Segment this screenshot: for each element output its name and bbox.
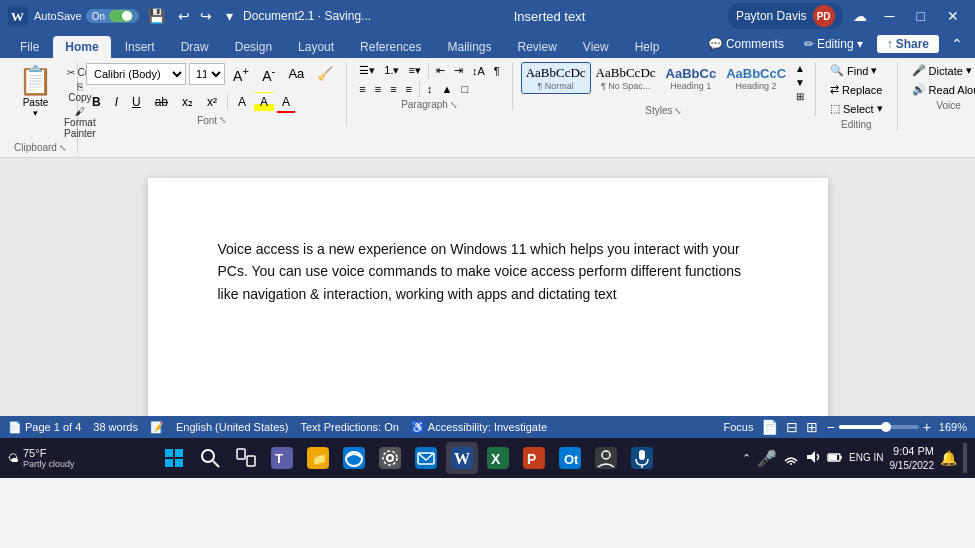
edge-icon[interactable] (338, 442, 370, 474)
style-heading2[interactable]: AaBbCcC Heading 2 (721, 63, 791, 94)
border-button[interactable]: □ (457, 81, 472, 97)
replace-button[interactable]: ⇄ Replace (824, 81, 888, 98)
view-single-page[interactable]: 📄 (761, 419, 778, 435)
subscript-button[interactable]: x₂ (176, 92, 199, 112)
style-normal[interactable]: AaBbCcDc ¶ Normal (521, 62, 591, 94)
start-button[interactable] (158, 442, 190, 474)
mail-icon[interactable] (410, 442, 442, 474)
language-indicator-taskbar[interactable]: ENG IN (849, 452, 883, 464)
language-indicator[interactable]: English (United States) (176, 421, 289, 433)
search-taskbar-button[interactable] (194, 442, 226, 474)
find-button[interactable]: 🔍 Find ▾ (824, 62, 883, 79)
show-hide-button[interactable]: ¶ (490, 63, 504, 79)
text-highlight-button[interactable]: A (254, 92, 274, 112)
show-hidden-icon[interactable]: ⌃ (742, 452, 751, 465)
weather-widget[interactable]: 🌤 75°F Partly cloudy (8, 447, 75, 469)
save-icon[interactable]: 💾 (145, 6, 168, 26)
proofing-icon-area[interactable]: 📝 (150, 421, 164, 434)
sort-button[interactable]: ↕A (468, 63, 489, 79)
strikethrough-button[interactable]: ab (149, 92, 174, 112)
tab-insert[interactable]: Insert (113, 36, 167, 58)
increase-indent-button[interactable]: ⇥ (450, 62, 467, 79)
line-spacing-button[interactable]: ↕ (423, 81, 437, 97)
paste-button[interactable]: 📋 Paste ▾ (12, 62, 59, 120)
maximize-button[interactable]: □ (909, 6, 933, 26)
bold-button[interactable]: B (86, 92, 107, 112)
task-view-button[interactable] (230, 442, 262, 474)
document-scroll[interactable]: Voice access is a new experience on Wind… (0, 158, 975, 416)
focus-button[interactable]: Focus (724, 421, 754, 433)
accessibility[interactable]: ♿ Accessibility: Investigate (411, 421, 547, 434)
decrease-indent-button[interactable]: ⇤ (432, 62, 449, 79)
editing-button[interactable]: ✏ Editing ▾ (798, 35, 869, 53)
battery-icon[interactable] (827, 449, 843, 467)
bullets-button[interactable]: ☰▾ (355, 62, 379, 79)
increase-font-size-button[interactable]: A+ (228, 62, 254, 86)
zoom-thumb[interactable] (881, 422, 891, 432)
tab-layout[interactable]: Layout (286, 36, 346, 58)
shading-button[interactable]: ▲ (437, 81, 456, 97)
tab-home[interactable]: Home (53, 36, 110, 58)
text-predictions[interactable]: Text Predictions: On (300, 421, 398, 433)
styles-expand[interactable]: ⊞ (793, 90, 807, 103)
tab-help[interactable]: Help (623, 36, 672, 58)
numbering-button[interactable]: 1.▾ (380, 62, 403, 79)
mic-taskbar-icon[interactable]: 🎤 (757, 449, 777, 468)
tab-view[interactable]: View (571, 36, 621, 58)
select-button[interactable]: ⬚ Select ▾ (824, 100, 889, 117)
redo-button[interactable]: ↪ (196, 6, 216, 26)
tab-review[interactable]: Review (506, 36, 569, 58)
autosave-toggle-switch[interactable] (109, 10, 133, 22)
tab-file[interactable]: File (8, 36, 51, 58)
close-button[interactable]: ✕ (939, 6, 967, 26)
notification-icon[interactable]: 🔔 (940, 450, 957, 466)
page-indicator[interactable]: 📄 Page 1 of 4 (8, 421, 81, 434)
font-expand-icon[interactable]: ⤡ (219, 115, 227, 125)
powerpoint-icon[interactable]: P (518, 442, 550, 474)
align-right-button[interactable]: ≡ (386, 81, 400, 97)
text-effects-button[interactable]: A (232, 92, 252, 112)
volume-icon[interactable] (805, 449, 821, 467)
minimize-button[interactable]: ─ (877, 6, 903, 26)
cloud-icon[interactable]: ☁ (849, 6, 871, 26)
italic-button[interactable]: I (109, 92, 124, 112)
view-columns[interactable]: ⊟ (786, 419, 798, 435)
view-grid[interactable]: ⊞ (806, 419, 818, 435)
superscript-button[interactable]: x² (201, 92, 223, 112)
explorer-icon[interactable]: 📁 (302, 442, 334, 474)
decrease-font-size-button[interactable]: A- (257, 62, 280, 86)
settings-icon[interactable] (374, 442, 406, 474)
change-case-button[interactable]: Aa (283, 64, 309, 83)
document-text[interactable]: Voice access is a new experience on Wind… (218, 238, 758, 305)
zoom-level[interactable]: 169% (939, 421, 967, 433)
people-icon[interactable] (590, 442, 622, 474)
tab-draw[interactable]: Draw (169, 36, 221, 58)
font-color-button[interactable]: A (276, 92, 296, 113)
show-desktop-button[interactable] (963, 443, 967, 473)
share-button[interactable]: ↑ Share (877, 35, 939, 53)
style-heading1[interactable]: AaBbCc Heading 1 (661, 63, 722, 94)
zoom-out-button[interactable]: − (826, 419, 834, 435)
undo-button[interactable]: ↩ (174, 6, 194, 26)
zoom-bar[interactable] (839, 425, 919, 429)
excel-icon[interactable]: X (482, 442, 514, 474)
read-aloud-button[interactable]: 🔊 Read Aloud (906, 81, 975, 98)
styles-scroll-up[interactable]: ▲ (793, 62, 807, 75)
clear-formatting-button[interactable]: 🧹 (312, 64, 338, 83)
autosave-toggle[interactable]: On (86, 9, 139, 23)
word-taskbar-icon[interactable]: W (446, 442, 478, 474)
style-no-spacing[interactable]: AaBbCcDc ¶ No Spac... (591, 62, 661, 94)
justify-button[interactable]: ≡ (402, 81, 416, 97)
font-family-select[interactable]: Calibri (Body) (86, 63, 186, 85)
clock[interactable]: 9:04 PM 9/15/2022 (890, 444, 935, 471)
collapse-ribbon-button[interactable]: ⌃ (947, 34, 967, 54)
more-button[interactable]: ▾ (222, 6, 237, 26)
underline-button[interactable]: U (126, 92, 147, 112)
voice-access-icon[interactable] (626, 442, 658, 474)
tab-references[interactable]: References (348, 36, 433, 58)
align-left-button[interactable]: ≡ (355, 81, 369, 97)
font-size-select[interactable]: 11 (189, 63, 225, 85)
tab-mailings[interactable]: Mailings (435, 36, 503, 58)
network-icon[interactable] (783, 449, 799, 467)
align-center-button[interactable]: ≡ (371, 81, 385, 97)
